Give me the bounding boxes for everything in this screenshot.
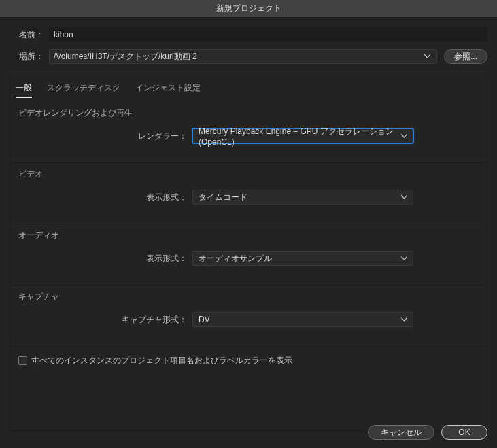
section-audio: オーディオ 表示形式： オーディオサンプル (10, 224, 487, 281)
ok-button[interactable]: OK (441, 425, 487, 440)
display-all-instances-label: すべてのインスタンスのプロジェクト項目名およびラベルカラーを表示 (31, 355, 292, 366)
chevron-down-icon (400, 255, 407, 262)
section-video: ビデオ 表示形式： タイムコード (10, 163, 487, 220)
capture-format-row: キャプチャ形式： DV (18, 312, 479, 327)
chevron-down-icon (400, 316, 407, 323)
tab-scratch-disks[interactable]: スクラッチディスク (47, 82, 120, 98)
tabs-panel: 一般 スクラッチディスク インジェスト設定 ビデオレンダリングおよび再生 レンダ… (10, 75, 487, 431)
location-value: /Volumes/IH3T/デスクトップ/kuri動画 2 (54, 51, 197, 63)
section-audio-title: オーディオ (18, 230, 479, 241)
section-video-title: ビデオ (18, 169, 479, 180)
display-all-instances-checkbox[interactable] (18, 356, 27, 365)
renderer-value: Mercury Playback Engine – GPU アクセラレーション … (199, 126, 401, 147)
location-select[interactable]: /Volumes/IH3T/デスクトップ/kuri動画 2 (49, 49, 437, 64)
capture-format-value: DV (199, 315, 210, 324)
tab-general[interactable]: 一般 (16, 82, 32, 98)
tab-ingest-settings[interactable]: インジェスト設定 (135, 82, 201, 98)
audio-format-row: 表示形式： オーディオサンプル (18, 251, 479, 266)
browse-button[interactable]: 参照... (444, 49, 487, 64)
video-format-row: 表示形式： タイムコード (18, 190, 479, 205)
video-format-value: タイムコード (199, 192, 247, 203)
audio-format-label: 表示形式： (18, 253, 192, 264)
location-row: 場所： /Volumes/IH3T/デスクトップ/kuri動画 2 参照... (10, 49, 487, 64)
location-label: 場所： (10, 51, 49, 63)
name-row: 名前： (10, 27, 487, 42)
tab-row: 一般 スクラッチディスク インジェスト設定 (10, 75, 487, 102)
renderer-select[interactable]: Mercury Playback Engine – GPU アクセラレーション … (192, 128, 413, 143)
audio-format-select[interactable]: オーディオサンプル (192, 251, 413, 266)
video-format-label: 表示形式： (18, 192, 192, 203)
dialog-title: 新規プロジェクト (0, 0, 497, 18)
video-format-select[interactable]: タイムコード (192, 190, 413, 205)
chevron-down-icon (400, 194, 407, 201)
capture-format-label: キャプチャ形式： (18, 314, 192, 326)
chevron-down-icon (424, 53, 431, 60)
top-fields: 名前： 場所： /Volumes/IH3T/デスクトップ/kuri動画 2 参照… (0, 18, 497, 75)
display-all-instances-row: すべてのインスタンスのプロジェクト項目名およびラベルカラーを表示 (10, 347, 487, 375)
name-input[interactable] (49, 27, 487, 42)
renderer-label: レンダラー： (18, 131, 192, 142)
section-capture-title: キャプチャ (18, 291, 479, 303)
cancel-button[interactable]: キャンセル (368, 425, 434, 440)
section-capture: キャプチャ キャプチャ形式： DV (10, 286, 487, 342)
name-label: 名前： (10, 29, 49, 41)
bottom-bar: キャンセル OK (368, 425, 487, 440)
section-render: ビデオレンダリングおよび再生 レンダラー： Mercury Playback E… (10, 102, 487, 158)
chevron-down-icon (401, 133, 407, 139)
audio-format-value: オーディオサンプル (199, 253, 272, 264)
capture-format-select[interactable]: DV (192, 312, 413, 327)
renderer-row: レンダラー： Mercury Playback Engine – GPU アクセ… (18, 128, 479, 143)
section-render-title: ビデオレンダリングおよび再生 (18, 107, 479, 119)
